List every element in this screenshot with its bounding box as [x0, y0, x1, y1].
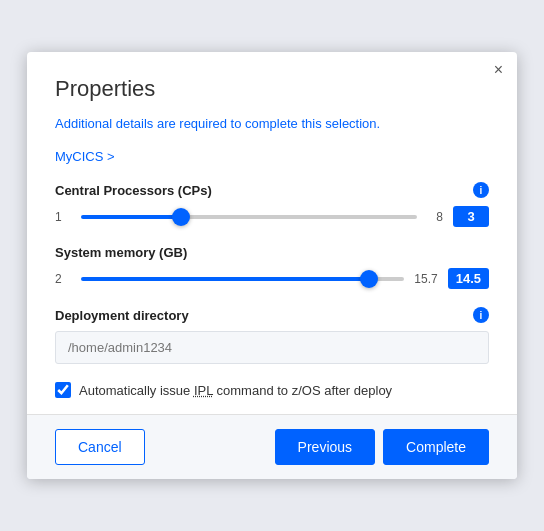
dialog-subtitle: Additional details are required to compl…	[55, 116, 489, 131]
ipl-acronym: IPL	[194, 383, 213, 398]
cp-slider-row: 1 8 3	[55, 206, 489, 227]
dialog-body: Properties Additional details are requir…	[27, 52, 517, 414]
dir-field-label: Deployment directory i	[55, 307, 489, 323]
cp-slider-min: 1	[55, 210, 71, 224]
ipl-checkbox-row: Automatically issue IPL command to z/OS …	[55, 382, 489, 398]
cp-field-label: Central Processors (CPs) i	[55, 182, 489, 198]
footer-right-buttons: Previous Complete	[275, 429, 489, 465]
mem-slider-max: 15.7	[414, 272, 437, 286]
previous-button[interactable]: Previous	[275, 429, 375, 465]
cp-field-row: Central Processors (CPs) i 1 8 3	[55, 182, 489, 227]
mem-field-row: System memory (GB) 2 15.7 14.5	[55, 245, 489, 289]
cp-slider-max: 8	[427, 210, 443, 224]
mem-slider-value: 14.5	[448, 268, 489, 289]
cp-slider[interactable]	[81, 215, 417, 219]
mem-slider[interactable]	[81, 277, 404, 281]
ipl-checkbox-label: Automatically issue IPL command to z/OS …	[79, 383, 392, 398]
dir-field-row: Deployment directory i	[55, 307, 489, 364]
mem-slider-min: 2	[55, 272, 71, 286]
close-button[interactable]: ×	[494, 62, 503, 78]
mem-slider-row: 2 15.7 14.5	[55, 268, 489, 289]
breadcrumb[interactable]: MyCICS >	[55, 149, 489, 164]
dir-input[interactable]	[55, 331, 489, 364]
cancel-button[interactable]: Cancel	[55, 429, 145, 465]
dialog-title: Properties	[55, 76, 489, 102]
complete-button[interactable]: Complete	[383, 429, 489, 465]
dir-info-icon[interactable]: i	[473, 307, 489, 323]
cp-slider-value: 3	[453, 206, 489, 227]
mem-field-label: System memory (GB)	[55, 245, 489, 260]
cp-info-icon[interactable]: i	[473, 182, 489, 198]
ipl-checkbox[interactable]	[55, 382, 71, 398]
dialog-footer: Cancel Previous Complete	[27, 414, 517, 479]
properties-dialog: × Properties Additional details are requ…	[27, 52, 517, 479]
